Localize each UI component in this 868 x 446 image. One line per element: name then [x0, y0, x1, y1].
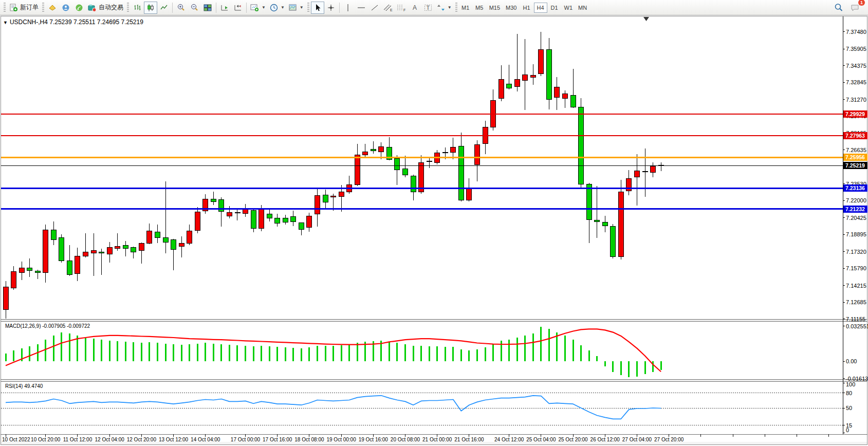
svg-text:A: A: [413, 4, 417, 11]
line-chart-type-button[interactable]: [157, 2, 171, 14]
svg-text:0.00: 0.00: [846, 358, 857, 364]
svg-text:7.34375: 7.34375: [846, 63, 866, 69]
svg-text:27 Oct 20:00: 27 Oct 20:00: [654, 437, 684, 442]
svg-text:14 Oct 04:00: 14 Oct 04:00: [191, 437, 220, 442]
svg-text:100: 100: [846, 381, 855, 387]
timeframe-MN[interactable]: MN: [576, 3, 589, 13]
search-button[interactable]: [832, 2, 845, 14]
equidistant-channel-button[interactable]: E: [381, 2, 395, 14]
text-tool-button[interactable]: A: [408, 2, 421, 14]
svg-text:7.25956: 7.25956: [845, 154, 865, 160]
timeframe-group: M1M5M15M30H1H4D1W1MN: [459, 3, 589, 13]
algo-trading-button[interactable]: 自动交易: [86, 2, 125, 14]
svg-text:11 Oct 12:00: 11 Oct 12:00: [63, 437, 93, 442]
svg-text:80: 80: [846, 390, 852, 396]
svg-text:10 Oct 2022: 10 Oct 2022: [2, 437, 30, 442]
svg-text:12 Oct 20:00: 12 Oct 20:00: [127, 437, 157, 442]
chart-collapse-icon[interactable]: ▼: [3, 20, 8, 25]
favorites-icon: [48, 4, 57, 12]
crosshair-button[interactable]: [324, 2, 338, 14]
zoom-in-icon: [177, 4, 186, 12]
auto-scroll-button[interactable]: [218, 2, 231, 14]
svg-text:13 Oct 12:00: 13 Oct 12:00: [159, 437, 189, 442]
svg-text:7.12685: 7.12685: [846, 299, 866, 305]
svg-text:18 Oct 08:00: 18 Oct 08:00: [294, 437, 324, 442]
arrows-tool-button[interactable]: ▼: [435, 2, 454, 14]
horizontal-line-icon: [357, 4, 365, 12]
candlestick-chart-type-button[interactable]: [144, 2, 157, 14]
toolbar-grip: [42, 3, 44, 13]
toolbar-separator: [216, 3, 216, 13]
tile-windows-button[interactable]: [201, 2, 214, 14]
bar-chart-type-button[interactable]: [131, 2, 144, 14]
community-button[interactable]: [59, 2, 72, 14]
toolbar-grip: [455, 3, 457, 13]
signals-button[interactable]: [72, 2, 86, 14]
svg-text:7.35905: 7.35905: [846, 46, 866, 52]
toolbar: 新订单 自动交易 ▼: [0, 0, 868, 15]
toolbar-grip: [127, 3, 129, 13]
new-order-icon: [9, 4, 18, 12]
timeframe-M15[interactable]: M15: [487, 3, 503, 13]
favorites-button[interactable]: [46, 2, 59, 14]
periods-button[interactable]: ▼: [268, 2, 287, 14]
svg-text:0: 0: [846, 427, 849, 433]
timeframe-H4[interactable]: H4: [534, 3, 547, 13]
toolbar-grip: [4, 3, 6, 13]
text-label-icon: T: [424, 4, 432, 12]
chart-canvas[interactable]: 7.374807.359057.343757.328457.312707.297…: [0, 0, 868, 446]
fibonacci-tool-button[interactable]: F: [395, 2, 408, 14]
svg-text:7.27963: 7.27963: [845, 133, 865, 139]
cursor-button[interactable]: [311, 2, 324, 14]
timeframe-M5[interactable]: M5: [473, 3, 486, 13]
svg-text:24 Oct 12:00: 24 Oct 12:00: [494, 437, 524, 442]
svg-text:27 Oct 04:00: 27 Oct 04:00: [622, 437, 652, 442]
crosshair-icon: [327, 4, 335, 12]
templates-button[interactable]: ▼: [287, 2, 306, 14]
chart-shift-icon: [234, 4, 243, 12]
svg-text:19 Oct 16:00: 19 Oct 16:00: [359, 437, 389, 442]
svg-text:19 Oct 00:00: 19 Oct 00:00: [326, 437, 356, 442]
bar-chart-icon: [133, 4, 141, 12]
dropdown-caret-icon: ▼: [448, 5, 452, 10]
timeframe-H1[interactable]: H1: [520, 3, 533, 13]
toolbar-grip: [307, 3, 309, 13]
community-icon: [62, 4, 70, 12]
arrows-icon: [437, 4, 445, 12]
zoom-out-button[interactable]: [188, 2, 201, 14]
svg-text:7.23136: 7.23136: [845, 185, 865, 191]
timeframe-D1[interactable]: D1: [548, 3, 561, 13]
text-label-tool-button[interactable]: T: [421, 2, 435, 14]
new-chart-icon: [250, 4, 259, 12]
timeframe-M1[interactable]: M1: [459, 3, 472, 13]
svg-text:10 Oct 20:00: 10 Oct 20:00: [31, 437, 61, 442]
svg-text:7.26635: 7.26635: [846, 147, 866, 153]
algo-trading-label: 自动交易: [99, 3, 123, 12]
svg-text:7.37480: 7.37480: [846, 29, 866, 35]
new-chart-button[interactable]: ▼: [248, 2, 268, 14]
toolbar-separator: [172, 3, 173, 13]
text-icon: A: [411, 4, 418, 12]
notifications-button[interactable]: 1: [848, 2, 862, 14]
channel-icon: E: [383, 4, 393, 12]
trendline-tool-button[interactable]: [368, 2, 381, 14]
svg-text:7.21232: 7.21232: [845, 206, 865, 212]
svg-text:7.18895: 7.18895: [846, 231, 866, 237]
timeframe-M30[interactable]: M30: [503, 3, 519, 13]
signals-icon: [75, 4, 83, 12]
svg-text:F: F: [403, 8, 405, 12]
svg-text:7.25219: 7.25219: [845, 162, 865, 169]
timeframe-W1[interactable]: W1: [562, 3, 576, 13]
dropdown-caret-icon: ▼: [281, 5, 285, 10]
new-order-button[interactable]: 新订单: [7, 2, 41, 14]
svg-text:7.11155: 7.11155: [846, 316, 865, 322]
chart-shift-button[interactable]: [231, 2, 245, 14]
vertical-line-tool-button[interactable]: [341, 2, 355, 14]
fibonacci-icon: F: [397, 4, 406, 12]
chart-title-text: USDCNH-,H4 7.25239 7.25511 7.24695 7.252…: [10, 18, 143, 26]
zoom-in-button[interactable]: [174, 2, 188, 14]
svg-text:21 Oct 16:00: 21 Oct 16:00: [454, 437, 484, 442]
svg-text:50: 50: [846, 405, 852, 411]
dropdown-caret-icon: ▼: [300, 5, 304, 10]
horizontal-line-tool-button[interactable]: [355, 2, 368, 14]
